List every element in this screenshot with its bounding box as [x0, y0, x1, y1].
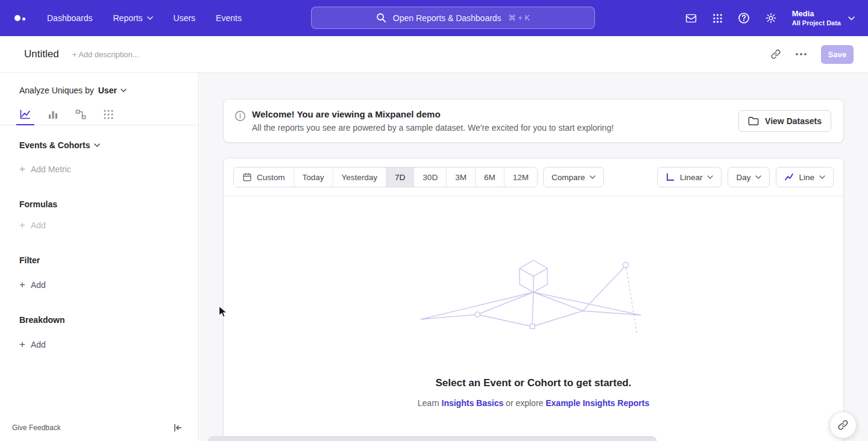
project-subtitle: All Project Data	[792, 19, 841, 27]
report-type-tabs	[0, 104, 198, 125]
toolbar-left: Custom Today Yesterday 7D 30D 3M 6M 12M …	[233, 167, 604, 187]
banner-body: All the reports you see are powered by a…	[252, 123, 614, 133]
add-breakdown-button[interactable]: + Add	[19, 340, 198, 349]
tab-funnels-icon[interactable]	[74, 104, 88, 125]
date-range-custom[interactable]: Custom	[234, 167, 294, 187]
chevron-down-icon	[848, 16, 855, 20]
add-filter-button[interactable]: + Add	[19, 280, 198, 290]
sidebar-footer: Give Feedback	[0, 419, 198, 441]
nav-reports-label: Reports	[113, 13, 143, 23]
tab-bar-chart-icon[interactable]	[46, 104, 60, 125]
date-range-yesterday[interactable]: Yesterday	[333, 167, 387, 187]
empty-state-links: Learn Insights Basics or explore Example…	[418, 398, 649, 408]
chevron-down-icon	[121, 89, 127, 92]
logo-dot-small	[22, 17, 25, 20]
info-icon	[234, 110, 246, 122]
chart-type-dropdown[interactable]: Line	[776, 167, 834, 187]
query-builder-sidebar: Analyze Uniques by User Events & Cohorts…	[0, 73, 199, 441]
inbox-icon[interactable]	[685, 12, 697, 25]
date-range-30d[interactable]: 30D	[414, 167, 447, 187]
save-button[interactable]: Save	[821, 45, 854, 64]
events-cohorts-header[interactable]: Events & Cohorts	[19, 140, 198, 150]
empty-state: Select an Event or Cohort to get started…	[224, 196, 843, 408]
plus-icon: +	[19, 221, 25, 230]
date-range-6m[interactable]: 6M	[476, 167, 505, 187]
give-feedback-link[interactable]: Give Feedback	[12, 424, 61, 432]
tab-retention-icon[interactable]	[101, 104, 116, 125]
global-search-input[interactable]: Open Reports & Dashboards ⌘ + K	[311, 7, 595, 29]
add-breakdown-label: Add	[31, 340, 46, 349]
collapse-sidebar-icon[interactable]	[173, 423, 183, 433]
line-chart-icon	[784, 172, 794, 182]
compare-button[interactable]: Compare	[543, 167, 605, 187]
empty-state-title: Select an Event or Cohort to get started…	[436, 377, 632, 389]
more-options-icon[interactable]	[792, 45, 810, 63]
apps-grid-icon[interactable]	[712, 13, 723, 23]
date-range-12m[interactable]: 12M	[505, 167, 537, 187]
scale-dropdown[interactable]: Linear	[657, 167, 722, 187]
add-formula-button[interactable]: + Add	[19, 220, 198, 230]
plus-icon: +	[19, 340, 25, 349]
plus-icon: +	[19, 281, 25, 289]
scale-label: Linear	[680, 173, 703, 182]
date-range-7d[interactable]: 7D	[386, 167, 414, 187]
breakdown-header: Breakdown	[19, 315, 198, 325]
add-description-field[interactable]: + Add description...	[72, 50, 139, 59]
project-name: Media	[792, 9, 841, 19]
calendar-icon	[242, 172, 252, 182]
search-icon	[376, 13, 386, 23]
project-switcher[interactable]: Media All Project Data	[792, 9, 855, 27]
report-title[interactable]: Untitled	[24, 48, 59, 60]
view-datasets-button[interactable]: View Datasets	[738, 110, 831, 132]
chevron-down-icon	[819, 175, 825, 179]
primary-nav: Dashboards Reports Users Events	[47, 13, 242, 23]
date-range-3m[interactable]: 3M	[447, 167, 476, 187]
analyze-by-value: User	[98, 86, 117, 95]
date-range-segmented-control: Custom Today Yesterday 7D 30D 3M 6M 12M	[233, 167, 538, 187]
chart-toolbar: Custom Today Yesterday 7D 30D 3M 6M 12M …	[224, 158, 843, 196]
tab-insights-icon[interactable]	[18, 104, 33, 125]
project-switcher-text: Media All Project Data	[792, 9, 841, 27]
interval-dropdown[interactable]: Day	[728, 167, 770, 187]
chevron-down-icon	[147, 16, 153, 20]
welcome-banner: Welcome! You are viewing a Mixpanel demo…	[223, 99, 844, 143]
analyze-by-dropdown[interactable]: User	[98, 86, 127, 95]
nav-events[interactable]: Events	[216, 13, 242, 23]
chevron-down-icon	[94, 143, 100, 147]
date-range-custom-label: Custom	[257, 173, 285, 182]
settings-gear-icon[interactable]	[765, 12, 777, 24]
insights-basics-link[interactable]: Insights Basics	[442, 398, 504, 408]
add-filter-label: Add	[31, 280, 46, 290]
nav-reports[interactable]: Reports	[113, 13, 153, 23]
help-icon[interactable]	[738, 12, 750, 24]
search-shortcut: ⌘ + K	[508, 13, 530, 22]
compare-label: Compare	[552, 173, 585, 182]
interval-label: Day	[736, 173, 750, 182]
copy-link-icon[interactable]	[767, 45, 785, 63]
mixpanel-logo[interactable]	[14, 15, 25, 21]
formulas-header: Formulas	[19, 199, 198, 209]
top-navigation-bar: Dashboards Reports Users Events Open Rep…	[0, 0, 868, 36]
nav-users[interactable]: Users	[174, 13, 196, 23]
report-header-actions: Save	[767, 45, 854, 64]
chevron-down-icon	[590, 175, 596, 179]
share-link-fab[interactable]	[829, 411, 857, 439]
events-cohorts-label: Events & Cohorts	[19, 140, 90, 150]
nav-dashboards[interactable]: Dashboards	[47, 13, 93, 23]
date-range-today[interactable]: Today	[294, 167, 333, 187]
add-formula-label: Add	[31, 220, 46, 230]
toolbar-right: Linear Day Line	[657, 167, 834, 187]
add-metric-label: Add Metric	[31, 164, 71, 174]
filter-header: Filter	[19, 255, 198, 265]
logo-dot-large	[14, 15, 20, 21]
banner-text: Welcome! You are viewing a Mixpanel demo…	[252, 109, 614, 133]
add-metric-button[interactable]: + Add Metric	[19, 164, 198, 174]
bottom-panel-handle[interactable]	[208, 436, 657, 441]
report-canvas: Welcome! You are viewing a Mixpanel demo…	[200, 73, 868, 441]
search-placeholder: Open Reports & Dashboards	[393, 13, 502, 23]
chart-card: Custom Today Yesterday 7D 30D 3M 6M 12M …	[223, 158, 844, 441]
example-insights-reports-link[interactable]: Example Insights Reports	[546, 398, 649, 408]
empty-state-illustration	[419, 257, 648, 347]
chevron-down-icon	[755, 175, 761, 179]
analyze-prefix-label: Analyze Uniques by	[19, 86, 94, 95]
